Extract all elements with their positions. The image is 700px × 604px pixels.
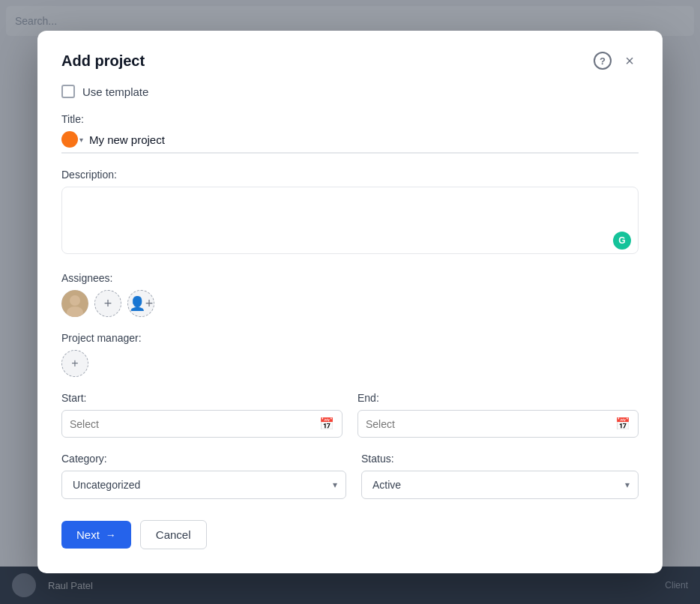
- modal-backdrop: Add project ? × Use template Title: ▾: [0, 0, 700, 604]
- description-textarea[interactable]: [61, 187, 639, 254]
- cancel-button[interactable]: Cancel: [140, 520, 207, 549]
- project-manager-row: +: [61, 350, 639, 377]
- add-user-group-button[interactable]: 👤+: [127, 290, 154, 317]
- plus-icon: +: [104, 296, 112, 312]
- assignees-label: Assignees:: [61, 272, 639, 284]
- start-date-input[interactable]: [70, 418, 313, 430]
- help-button[interactable]: ?: [594, 52, 612, 70]
- next-button[interactable]: Next →: [61, 521, 131, 549]
- next-label: Next: [76, 528, 100, 541]
- modal-header: Add project ? ×: [61, 52, 639, 70]
- svg-point-1: [70, 295, 80, 306]
- start-field-group: Start: 📅: [61, 392, 343, 438]
- end-calendar-icon[interactable]: 📅: [615, 417, 630, 431]
- assignee-avatar[interactable]: [61, 290, 88, 317]
- modal-footer: Next → Cancel: [61, 520, 639, 549]
- category-status-row: Category: Uncategorized Design Developme…: [61, 453, 639, 499]
- assignees-field-group: Assignees: + 👤+: [61, 272, 639, 317]
- status-select-wrapper: Active Inactive Completed On Hold ▾: [361, 471, 639, 499]
- category-label: Category:: [61, 453, 346, 465]
- color-chevron-icon: ▾: [79, 136, 83, 144]
- category-select[interactable]: Uncategorized Design Development Marketi…: [61, 471, 346, 499]
- start-calendar-icon[interactable]: 📅: [319, 417, 334, 431]
- use-template-row: Use template: [61, 85, 639, 98]
- arrow-right-icon: →: [106, 529, 116, 541]
- status-select[interactable]: Active Inactive Completed On Hold: [361, 471, 639, 499]
- close-button[interactable]: ×: [621, 52, 639, 70]
- plus-pm-icon: +: [71, 357, 78, 370]
- end-field-group: End: 📅: [357, 392, 639, 438]
- status-label: Status:: [361, 453, 639, 465]
- title-label: Title:: [61, 113, 639, 125]
- add-user-icon: 👤+: [129, 295, 154, 312]
- category-field-group: Category: Uncategorized Design Developme…: [61, 453, 346, 499]
- status-field-group: Status: Active Inactive Completed On Hol…: [361, 453, 639, 499]
- start-date-wrapper: 📅: [61, 410, 343, 438]
- assignees-row: + 👤+: [61, 290, 639, 317]
- add-project-modal: Add project ? × Use template Title: ▾: [37, 31, 663, 573]
- start-end-row: Start: 📅 End: 📅: [61, 392, 639, 438]
- category-select-wrapper: Uncategorized Design Development Marketi…: [61, 471, 346, 499]
- modal-title: Add project: [61, 52, 145, 70]
- modal-header-actions: ? ×: [594, 52, 639, 70]
- start-label: Start:: [61, 392, 343, 404]
- grammarly-icon: G: [613, 232, 631, 250]
- use-template-checkbox[interactable]: [61, 85, 75, 98]
- end-date-input[interactable]: [366, 418, 609, 430]
- add-assignee-button[interactable]: +: [94, 290, 121, 317]
- title-row: ▾: [61, 131, 639, 154]
- cancel-label: Cancel: [156, 528, 191, 541]
- description-field-group: Description: G: [61, 169, 639, 257]
- project-manager-field-group: Project manager: +: [61, 332, 639, 377]
- description-wrapper: G: [61, 187, 639, 257]
- close-x-icon: ×: [625, 53, 634, 68]
- add-project-manager-button[interactable]: +: [61, 350, 88, 377]
- end-label: End:: [357, 392, 639, 404]
- title-field-group: Title: ▾: [61, 113, 639, 154]
- use-template-label[interactable]: Use template: [82, 85, 148, 98]
- title-input[interactable]: [89, 133, 639, 146]
- project-manager-label: Project manager:: [61, 332, 639, 344]
- project-color-dot: [61, 131, 78, 148]
- assignee-avatar-img: [61, 290, 88, 317]
- description-label: Description:: [61, 169, 639, 181]
- end-date-wrapper: 📅: [357, 410, 639, 438]
- help-icon: ?: [600, 55, 606, 67]
- color-picker-trigger[interactable]: ▾: [61, 131, 83, 148]
